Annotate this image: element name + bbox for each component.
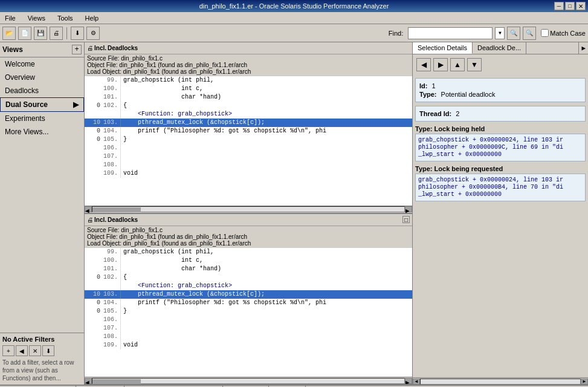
filter-button[interactable]: ⬇	[71, 27, 84, 40]
bottom-code-header: 🖨 Incl. Deadlocks □	[85, 214, 412, 226]
find-input[interactable]	[408, 27, 493, 39]
line-count	[85, 341, 103, 350]
stack-entry-2[interactable]: philosopher + 0x0000009C, line 69 in "di	[418, 144, 583, 151]
line-count: 0	[85, 299, 103, 307]
tab-deadlock-details[interactable]: Deadlock De...	[473, 42, 526, 54]
sidebar-item-overview-label: Overview	[5, 73, 35, 82]
bottom-code-pane: 🖨 Incl. Deadlocks □ Source File: din_phi…	[85, 214, 412, 385]
sidebar-item-more-views[interactable]: More Views...	[0, 125, 84, 138]
sidebar-item-welcome[interactable]: Welcome	[0, 57, 84, 71]
line-number: 101.	[103, 265, 121, 273]
bottom-code-scroll[interactable]: 99. grab_chopstick (int phil, 100. int c…	[85, 248, 412, 377]
pane-expand-button[interactable]: □	[402, 216, 410, 223]
save-button[interactable]: 💾	[34, 27, 47, 40]
minimize-button[interactable]: ─	[554, 2, 564, 10]
settings-button[interactable]: ⚙	[86, 27, 100, 40]
find-dropdown[interactable]: ▼	[495, 27, 505, 39]
line-content: grab_chopstick (int phil,	[121, 248, 214, 256]
match-case-checkbox[interactable]	[541, 29, 549, 37]
line-count	[85, 161, 103, 169]
filter-title: No Active Filters	[2, 336, 82, 343]
lock-requested-stack: grab_chopstick + 0x00000024, line 103 ir…	[415, 174, 586, 201]
main-area: Views + Welcome Overview Deadlocks Dual …	[0, 42, 588, 385]
print-icon: 🖨	[53, 30, 59, 36]
nav-next-button[interactable]: ▶	[433, 58, 448, 71]
maximize-button[interactable]: □	[565, 2, 575, 10]
line-count	[85, 76, 103, 85]
nav-prev-button[interactable]: ◀	[416, 58, 431, 71]
table-row: 0 102. {	[85, 273, 412, 282]
tab-overflow-button[interactable]: ▶	[578, 42, 588, 54]
filter-funnel-button[interactable]: ⬇	[42, 345, 54, 356]
line-content: int c,	[121, 85, 203, 93]
sidebar-item-welcome-label: Welcome	[5, 60, 35, 68]
sidebar-add-button[interactable]: +	[72, 45, 82, 54]
id-row: Id: 1	[419, 82, 581, 89]
right-hscroll-track[interactable]	[420, 379, 581, 385]
nav-up-button[interactable]: ▲	[450, 58, 465, 71]
hscroll-left[interactable]: ◀	[85, 206, 92, 212]
right-hscroll-left[interactable]: ◀	[413, 379, 420, 385]
line-content: }	[121, 307, 127, 316]
line-count: 10	[85, 119, 103, 127]
table-row: 0 105. }	[85, 135, 412, 144]
line-number: 106.	[103, 144, 121, 152]
nav-down-button[interactable]: ▼	[467, 58, 482, 71]
table-row: 108.	[85, 161, 412, 169]
menu-file[interactable]: File	[2, 14, 18, 22]
print-button[interactable]: 🖨	[50, 27, 63, 40]
table-row: 100. int c,	[85, 256, 412, 265]
bottom-hscroll-right[interactable]: ▶	[405, 378, 412, 384]
bottom-hscroll-track[interactable]	[92, 378, 405, 384]
sidebar: Views + Welcome Overview Deadlocks Dual …	[0, 42, 85, 385]
right-hscroll-right[interactable]: ▶	[581, 379, 588, 385]
filter-add-button[interactable]: +	[2, 345, 15, 356]
menu-tools[interactable]: Tools	[55, 14, 76, 22]
top-code-scroll[interactable]: 99. grab_chopstick (int phil, 100. int c…	[85, 76, 412, 206]
match-case-option[interactable]: Match Case	[541, 29, 586, 37]
line-count	[85, 333, 103, 341]
hscroll-track[interactable]	[92, 206, 405, 212]
stack-entry-4[interactable]: grab_chopstick + 0x00000024, line 103 ir	[418, 177, 583, 183]
stack-entry-6[interactable]: _lwp_start + 0x00000000	[418, 191, 583, 198]
filter-remove-button[interactable]: ✕	[29, 345, 41, 356]
line-number: 104.	[103, 127, 121, 135]
bottom-hscroll-left[interactable]: ◀	[85, 378, 92, 384]
stack-entry-1[interactable]: grab_chopstick + 0x00000024, line 103 ir	[418, 137, 583, 143]
open-button[interactable]: 📂	[2, 27, 16, 40]
menu-help[interactable]: Help	[83, 14, 102, 22]
bottom-hscroll-thumb[interactable]	[92, 379, 141, 384]
stack-entry-3[interactable]: _lwp_start + 0x00000000	[418, 151, 583, 158]
menu-views[interactable]: Views	[25, 14, 48, 22]
line-count: 0	[85, 127, 103, 135]
line-count	[85, 85, 103, 93]
table-row[interactable]: 10 103. pthread_mutex_lock (&chopstick[c…	[85, 290, 412, 299]
sidebar-item-overview[interactable]: Overview	[0, 71, 84, 84]
new-button[interactable]: 📄	[18, 27, 31, 40]
sidebar-item-experiments[interactable]: Experiments	[0, 112, 84, 125]
filter-back-button[interactable]: ◀	[16, 345, 28, 356]
sidebar-item-dual-source[interactable]: Dual Source ▶	[0, 97, 84, 112]
line-number: 101.	[103, 93, 121, 102]
table-row: 100. int c,	[85, 85, 412, 93]
top-hscroll[interactable]: ◀ ▶	[85, 206, 412, 213]
stack-entry-5[interactable]: philosopher + 0x000000B4, line 70 in "di	[418, 184, 583, 190]
table-row[interactable]: 10 103. pthread_mutex_lock (&chopstick[c…	[85, 119, 412, 127]
lock-requested-type-label: Type: Lock being requested	[415, 165, 586, 172]
filter-hint: To add a filter, select a row from a vie…	[2, 359, 82, 382]
table-row: 109. void	[85, 341, 412, 350]
table-row: 109. void	[85, 169, 412, 178]
hscroll-right[interactable]: ▶	[405, 206, 412, 212]
sidebar-item-deadlocks[interactable]: Deadlocks	[0, 84, 84, 97]
hscroll-thumb[interactable]	[92, 207, 141, 212]
tab-selection-details[interactable]: Selection Details	[413, 42, 473, 54]
center-panel: 🖨 Incl. Deadlocks Source File: din_philo…	[85, 42, 413, 385]
line-count	[85, 93, 103, 102]
type-label: Type:	[419, 91, 437, 98]
find-next-button[interactable]: 🔍	[523, 27, 536, 40]
line-count	[85, 265, 103, 273]
bottom-hscroll[interactable]: ◀ ▶	[85, 377, 412, 384]
close-button[interactable]: ✕	[576, 2, 586, 10]
find-prev-button[interactable]: 🔍	[507, 27, 520, 40]
right-hscroll[interactable]: ◀ ▶	[413, 377, 588, 385]
